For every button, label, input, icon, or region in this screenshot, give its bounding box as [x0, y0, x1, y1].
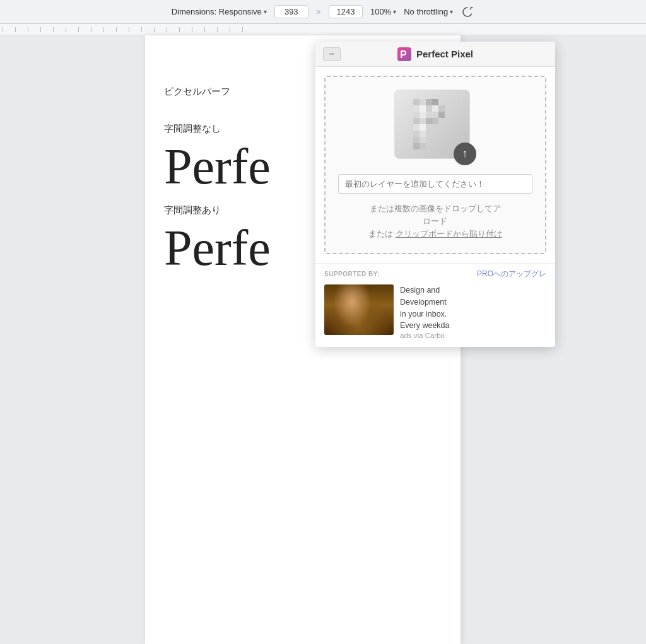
- ad-text-content: Design and Development in your inbox. Ev…: [400, 284, 450, 332]
- ad-text-block: Design and Development in your inbox. Ev…: [400, 284, 450, 339]
- svg-rect-20: [413, 131, 420, 137]
- throttling-dropdown[interactable]: No throttling ▾: [404, 7, 453, 16]
- svg-rect-15: [420, 118, 426, 124]
- ruler-tick: [15, 27, 16, 32]
- ruler-tick: [40, 27, 41, 32]
- ruler-tick: [141, 27, 142, 32]
- svg-rect-2: [413, 99, 420, 105]
- dimensions-chevron: ▾: [264, 8, 267, 15]
- svg-rect-21: [420, 131, 426, 137]
- ruler-tick: [242, 27, 243, 32]
- ruler-tick: [192, 27, 192, 32]
- svg-rect-14: [413, 118, 420, 124]
- svg-rect-13: [438, 112, 445, 118]
- svg-rect-12: [420, 112, 426, 118]
- zoom-dropdown[interactable]: 100% ▾: [370, 7, 396, 16]
- svg-rect-24: [413, 143, 420, 149]
- supported-by-section: SUPPORTED BY: PROへのアップグレ Design and Deve…: [315, 263, 555, 347]
- panel-title-text: Perfect Pixel: [416, 49, 473, 59]
- upload-arrow-icon: ↑: [462, 148, 468, 159]
- dimensions-label: Dimensions: Responsive: [172, 7, 262, 16]
- throttling-chevron: ▾: [450, 8, 453, 15]
- drop-text-line2: ロード: [368, 215, 502, 228]
- ruler-tick: [66, 27, 66, 32]
- minimize-button[interactable]: −: [323, 47, 341, 61]
- perfect-pixel-logo-icon: P: [397, 47, 411, 61]
- layer-name-input[interactable]: [338, 174, 532, 194]
- supported-label: SUPPORTED BY:: [324, 271, 380, 278]
- zoom-label: 100%: [370, 7, 391, 16]
- clipboard-link[interactable]: クリップボードから貼り付け: [396, 230, 502, 238]
- drop-text-line1: または複数の画像をドロップしてア: [368, 202, 502, 215]
- width-input[interactable]: [274, 5, 308, 18]
- svg-rect-25: [420, 143, 426, 149]
- ruler-tick: [167, 27, 167, 32]
- ruler-tick: [204, 27, 205, 32]
- ad-text-muted: ads via Carbo: [400, 332, 450, 339]
- zoom-chevron: ▾: [393, 8, 396, 15]
- svg-rect-5: [432, 99, 438, 105]
- perfect-pixel-panel: − P Perfect Pixel: [315, 42, 555, 347]
- svg-rect-16: [426, 118, 432, 124]
- devtools-toolbar: Dimensions: Responsive ▾ × 100% ▾ No thr…: [0, 0, 646, 24]
- ruler-tick: [154, 27, 155, 32]
- ruler-tick: [78, 27, 79, 32]
- ad-block[interactable]: Design and Development in your inbox. Ev…: [324, 284, 546, 347]
- ruler: [0, 24, 646, 35]
- ad-person-image: [324, 284, 394, 335]
- dimensions-dropdown[interactable]: Dimensions: Responsive ▾: [172, 7, 267, 16]
- svg-rect-17: [432, 118, 438, 124]
- ruler-tick: [53, 27, 54, 32]
- svg-rect-23: [420, 137, 426, 143]
- drop-zone[interactable]: ↑ または複数の画像をドロップしてア ロード または クリップボードから貼り付け: [324, 76, 546, 254]
- drop-text: または複数の画像をドロップしてア ロード または クリップボードから貼り付け: [368, 202, 502, 240]
- dimension-separator: ×: [316, 7, 321, 17]
- ruler-tick: [28, 27, 28, 32]
- ruler-tick: [3, 27, 3, 32]
- svg-rect-22: [413, 137, 420, 143]
- ruler-tick: [217, 27, 218, 32]
- drop-text-line3: または クリップボードから貼り付け: [368, 228, 502, 240]
- svg-text:P: P: [400, 49, 407, 60]
- svg-rect-7: [420, 105, 426, 112]
- ad-image: [324, 284, 394, 335]
- ruler-tick: [91, 27, 91, 32]
- ruler-tick: [103, 27, 104, 32]
- panel-header: − P Perfect Pixel: [315, 42, 555, 67]
- svg-rect-3: [420, 99, 426, 105]
- svg-rect-6: [413, 105, 420, 112]
- pixel-p-icon: [407, 96, 457, 153]
- panel-title: P Perfect Pixel: [397, 47, 473, 61]
- svg-rect-8: [426, 105, 432, 112]
- main-area: ピクセルパーフ 字間調整なし Perfe 字間調整あり Perfe −: [0, 35, 646, 644]
- svg-rect-10: [438, 105, 445, 112]
- svg-rect-9: [432, 105, 438, 112]
- ruler-tick: [116, 27, 117, 32]
- svg-rect-4: [426, 99, 432, 105]
- pro-upgrade-link[interactable]: PROへのアップグレ: [477, 269, 546, 279]
- upload-button[interactable]: ↑: [454, 143, 476, 165]
- ruler-tick: [230, 27, 230, 32]
- svg-rect-11: [413, 112, 420, 118]
- svg-rect-19: [420, 124, 426, 131]
- supported-header: SUPPORTED BY: PROへのアップグレ: [324, 269, 546, 279]
- throttling-label: No throttling: [404, 7, 448, 16]
- rotate-icon[interactable]: [461, 5, 474, 19]
- height-input[interactable]: [329, 5, 363, 18]
- ruler-tick: [129, 27, 129, 32]
- pixel-logo-container: ↑: [394, 90, 476, 165]
- svg-rect-18: [413, 124, 420, 131]
- ruler-tick: [179, 27, 180, 32]
